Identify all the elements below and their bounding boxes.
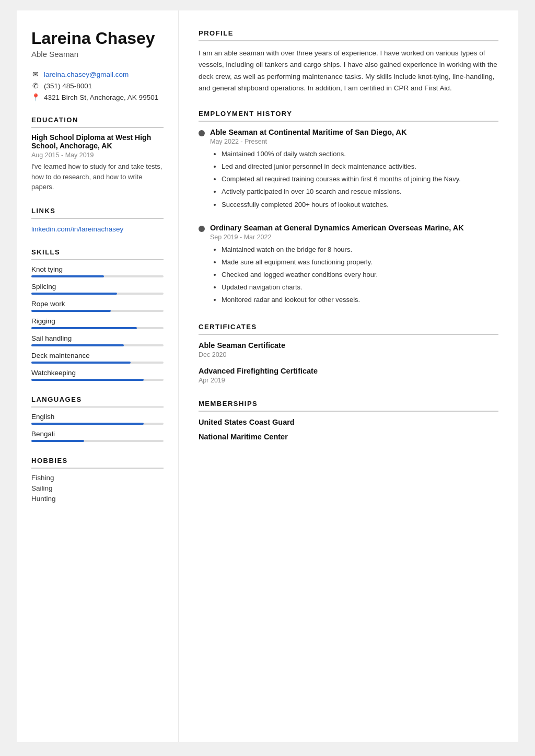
job-header: Able Seaman at Continental Maritime of S… bbox=[199, 128, 498, 212]
job-bullet: Maintained 100% of daily watch sections. bbox=[222, 149, 461, 159]
certificates-section: CERTIFICATES Able Seaman Certificate Dec… bbox=[199, 323, 498, 384]
phone-value: (351) 485-8001 bbox=[44, 82, 92, 90]
profile-section-title: PROFILE bbox=[199, 29, 498, 41]
skill-item: Deck maintenance bbox=[31, 352, 164, 364]
skill-bar-fill bbox=[31, 327, 137, 329]
cert-name: Advanced Firefighting Certificate bbox=[199, 367, 498, 375]
education-section: EDUCATION High School Diploma at West Hi… bbox=[31, 116, 164, 192]
skill-item: Sail handling bbox=[31, 334, 164, 346]
sidebar: Lareina Chasey Able Seaman ✉ lareina.cha… bbox=[17, 10, 179, 742]
skill-item: Rope work bbox=[31, 300, 164, 312]
skill-label: Sail handling bbox=[31, 334, 164, 342]
email-icon: ✉ bbox=[31, 70, 40, 78]
skill-bar-fill bbox=[31, 275, 104, 277]
job-entry: Ordinary Seaman at General Dynamics Amer… bbox=[199, 224, 498, 308]
employment-title: EMPLOYMENT HISTORY bbox=[199, 110, 498, 122]
resume-container: Lareina Chasey Able Seaman ✉ lareina.cha… bbox=[17, 10, 518, 742]
job-bullet: Maintained watch on the bridge for 8 hou… bbox=[222, 245, 464, 255]
job-bullets: Maintained watch on the bridge for 8 hou… bbox=[210, 245, 464, 306]
job-header: Ordinary Seaman at General Dynamics Amer… bbox=[199, 224, 498, 308]
skill-bar-bg bbox=[31, 379, 164, 381]
job-date: May 2022 - Present bbox=[210, 138, 461, 145]
lang-bar-bg bbox=[31, 440, 164, 442]
hobby-item: Hunting bbox=[31, 495, 164, 503]
employment-section: EMPLOYMENT HISTORY Able Seaman at Contin… bbox=[199, 110, 498, 307]
email-link[interactable]: lareina.chasey@gmail.com bbox=[44, 71, 129, 78]
job-bullet: Led and directed junior personnel in dec… bbox=[222, 161, 461, 172]
links-section: LINKS linkedin.com/in/lareinachasey bbox=[31, 207, 164, 234]
memberships-list: United States Coast GuardNational Mariti… bbox=[199, 418, 498, 441]
skill-label: Splicing bbox=[31, 283, 164, 290]
membership-entry: United States Coast Guard bbox=[199, 418, 498, 426]
linkedin-link[interactable]: linkedin.com/in/lareinachasey bbox=[31, 225, 123, 233]
edu-date: Aug 2015 - May 2019 bbox=[31, 152, 164, 159]
job-info: Able Seaman at Continental Maritime of S… bbox=[210, 128, 461, 212]
email-item: ✉ lareina.chasey@gmail.com bbox=[31, 70, 164, 78]
job-title: Ordinary Seaman at General Dynamics Amer… bbox=[210, 224, 464, 232]
job-dot bbox=[199, 226, 205, 232]
skill-bar-bg bbox=[31, 344, 164, 346]
skill-bar-bg bbox=[31, 310, 164, 312]
job-bullet: Completed all required training courses … bbox=[222, 174, 461, 184]
job-bullet: Updated navigation charts. bbox=[222, 282, 464, 293]
jobs-list: Able Seaman at Continental Maritime of S… bbox=[199, 128, 498, 307]
memberships-section: MEMBERSHIPS United States Coast GuardNat… bbox=[199, 400, 498, 441]
language-item: English bbox=[31, 413, 164, 425]
edu-degree: High School Diploma at West High School,… bbox=[31, 133, 164, 150]
skill-item: Watchkeeping bbox=[31, 369, 164, 381]
job-entry: Able Seaman at Continental Maritime of S… bbox=[199, 128, 498, 212]
phone-icon: ✆ bbox=[31, 82, 40, 90]
lang-bar-fill bbox=[31, 423, 144, 425]
skill-label: Deck maintenance bbox=[31, 352, 164, 359]
language-item: Bengali bbox=[31, 430, 164, 442]
skill-bar-fill bbox=[31, 362, 131, 364]
address-item: 📍 4321 Birch St, Anchorage, AK 99501 bbox=[31, 93, 164, 101]
skill-label: Rope work bbox=[31, 300, 164, 308]
location-icon: 📍 bbox=[31, 93, 40, 101]
cert-name: Able Seaman Certificate bbox=[199, 341, 498, 350]
edu-description: I've learned how to study for and take t… bbox=[31, 161, 164, 192]
hobby-item: Fishing bbox=[31, 474, 164, 482]
skill-bar-fill bbox=[31, 344, 124, 346]
languages-title: LANGUAGES bbox=[31, 396, 164, 408]
skills-title: SKILLS bbox=[31, 248, 164, 260]
cert-entry: Advanced Firefighting Certificate Apr 20… bbox=[199, 367, 498, 384]
skill-bar-bg bbox=[31, 327, 164, 329]
skill-item: Rigging bbox=[31, 317, 164, 329]
job-bullet: Checked and logged weather conditions ev… bbox=[222, 270, 464, 280]
phone-item: ✆ (351) 485-8001 bbox=[31, 82, 164, 90]
job-title: Able Seaman at Continental Maritime of S… bbox=[210, 128, 461, 136]
languages-section: LANGUAGES English Bengali bbox=[31, 396, 164, 442]
skill-bar-fill bbox=[31, 293, 117, 295]
skill-item: Splicing bbox=[31, 283, 164, 295]
lang-bar-bg bbox=[31, 423, 164, 425]
cert-entry: Able Seaman Certificate Dec 2020 bbox=[199, 341, 498, 358]
skills-section: SKILLS Knot tying Splicing Rope work Rig… bbox=[31, 248, 164, 381]
certs-list: Able Seaman Certificate Dec 2020 Advance… bbox=[199, 341, 498, 384]
language-label: Bengali bbox=[31, 430, 164, 438]
skill-bar-fill bbox=[31, 379, 144, 381]
hobbies-title: HOBBIES bbox=[31, 457, 164, 469]
membership-entry: National Maritime Center bbox=[199, 433, 498, 441]
job-info: Ordinary Seaman at General Dynamics Amer… bbox=[210, 224, 464, 308]
job-bullet: Successfully completed 200+ hours of loo… bbox=[222, 200, 461, 210]
skill-bar-bg bbox=[31, 275, 164, 277]
skill-item: Knot tying bbox=[31, 265, 164, 277]
profile-section: PROFILE I am an able seaman with over th… bbox=[199, 29, 498, 94]
job-bullet: Actively participated in over 10 search … bbox=[222, 187, 461, 197]
languages-list: English Bengali bbox=[31, 413, 164, 442]
job-bullet: Monitored radar and lookout for other ve… bbox=[222, 295, 464, 305]
skill-bar-bg bbox=[31, 293, 164, 295]
skill-label: Watchkeeping bbox=[31, 369, 164, 377]
job-date: Sep 2019 - Mar 2022 bbox=[210, 234, 464, 241]
skill-bar-bg bbox=[31, 362, 164, 364]
hobbies-section: HOBBIES FishingSailingHunting bbox=[31, 457, 164, 503]
lang-bar-fill bbox=[31, 440, 84, 442]
certificates-title: CERTIFICATES bbox=[199, 323, 498, 335]
hobby-item: Sailing bbox=[31, 484, 164, 492]
skill-bar-fill bbox=[31, 310, 111, 312]
cert-date: Dec 2020 bbox=[199, 351, 498, 358]
job-bullets: Maintained 100% of daily watch sections.… bbox=[210, 149, 461, 210]
hobbies-list: FishingSailingHunting bbox=[31, 474, 164, 503]
education-title: EDUCATION bbox=[31, 116, 164, 128]
